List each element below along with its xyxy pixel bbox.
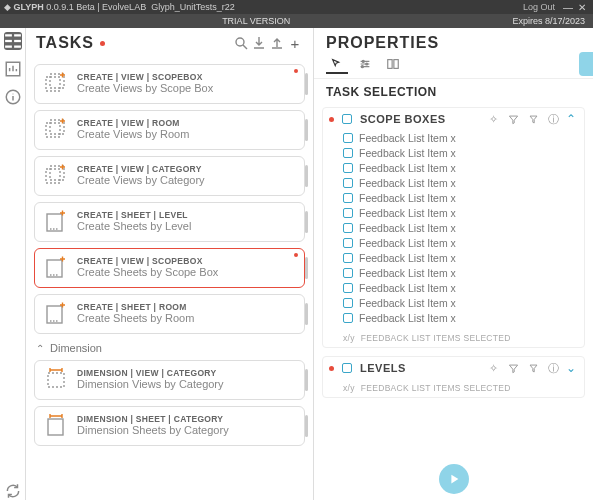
info-icon[interactable]: ⓘ	[546, 361, 560, 375]
task-card[interactable]: CREATE | VIEW | SCOPEBOXCreate Views by …	[34, 64, 305, 104]
wand-icon[interactable]: ✧	[486, 112, 500, 126]
list-item[interactable]: Feedback List Item x	[343, 205, 580, 220]
list-item[interactable]: Feedback List Item x	[343, 235, 580, 250]
list-item[interactable]: Feedback List Item x	[343, 130, 580, 145]
list-item[interactable]: Feedback List Item x	[343, 220, 580, 235]
run-button[interactable]	[439, 464, 469, 494]
task-card[interactable]: CREATE | VIEW | ROOMCreate Views by Room	[34, 110, 305, 150]
panel-checkbox[interactable]	[342, 114, 352, 124]
item-label: Feedback List Item x	[359, 192, 456, 204]
panel-levels: LEVELS ✧ ⓘ ⌄ x/yFEEDBACK LIST ITEMS SELE…	[322, 356, 585, 398]
item-checkbox[interactable]	[343, 163, 353, 173]
drag-handle[interactable]	[305, 119, 308, 142]
list-item[interactable]: Feedback List Item x	[343, 295, 580, 310]
drag-handle[interactable]	[305, 73, 308, 96]
minimize-button[interactable]: —	[561, 2, 575, 13]
group-header[interactable]: ⌃Dimension	[36, 342, 303, 354]
tasks-dirty-dot	[100, 41, 105, 46]
task-card[interactable]: CREATE | SHEET | LEVELCreate Sheets by L…	[34, 202, 305, 242]
trial-label: TRIAL VERSION	[0, 16, 512, 26]
svg-rect-23	[388, 60, 392, 69]
item-checkbox[interactable]	[343, 178, 353, 188]
task-card[interactable]: DIMENSION | VIEW | CATEGORYDimension Vie…	[34, 360, 305, 400]
panel-dirty-dot	[329, 117, 334, 122]
task-crumb: CREATE | SHEET | ROOM	[77, 302, 296, 313]
task-icon	[43, 209, 69, 235]
task-desc: Create Views by Room	[77, 128, 296, 142]
task-dirty-dot	[294, 253, 298, 257]
drag-handle[interactable]	[305, 211, 308, 234]
item-checkbox[interactable]	[343, 148, 353, 158]
svg-rect-11	[46, 123, 60, 137]
item-checkbox[interactable]	[343, 208, 353, 218]
task-desc: Create Views by Scope Box	[77, 82, 296, 96]
item-label: Feedback List Item x	[359, 222, 456, 234]
list-item[interactable]: Feedback List Item x	[343, 190, 580, 205]
item-checkbox[interactable]	[343, 313, 353, 323]
expand-icon[interactable]: ⌄	[564, 361, 578, 375]
svg-point-8	[236, 38, 244, 46]
tab-settings[interactable]	[354, 56, 376, 74]
panel-scope-boxes: SCOPE BOXES ✧ ⓘ ⌃ Feedback List Item xFe…	[322, 107, 585, 348]
drag-handle[interactable]	[305, 165, 308, 188]
rail-chart-icon[interactable]	[4, 60, 22, 78]
task-card[interactable]: DIMENSION | SHEET | CATEGORYDimension Sh…	[34, 406, 305, 446]
drag-handle[interactable]	[305, 303, 308, 326]
close-button[interactable]: ✕	[575, 2, 589, 13]
section-title: TASK SELECTION	[314, 79, 593, 103]
logout-link[interactable]: Log Out	[523, 2, 555, 12]
task-icon	[43, 117, 69, 143]
drag-handle[interactable]	[305, 415, 308, 438]
import-icon[interactable]	[251, 35, 267, 51]
tab-selection[interactable]	[326, 56, 348, 74]
item-label: Feedback List Item x	[359, 132, 456, 144]
task-icon	[43, 301, 69, 327]
expires-label: Expires 8/17/2023	[512, 16, 593, 26]
item-checkbox[interactable]	[343, 253, 353, 263]
list-item[interactable]: Feedback List Item x	[343, 265, 580, 280]
svg-rect-4	[14, 40, 21, 42]
drag-handle[interactable]	[305, 257, 308, 280]
properties-pane: PROPERTIES TASK SELECTION SCOPE BOXES ✧ …	[314, 28, 593, 500]
item-checkbox[interactable]	[343, 223, 353, 233]
rail-refresh-icon[interactable]	[4, 482, 22, 500]
item-checkbox[interactable]	[343, 193, 353, 203]
export-icon[interactable]	[269, 35, 285, 51]
funnel-icon[interactable]	[526, 361, 540, 375]
rail-tasks-icon[interactable]	[4, 32, 22, 50]
filter-icon[interactable]	[506, 361, 520, 375]
list-item[interactable]: Feedback List Item x	[343, 280, 580, 295]
svg-rect-3	[14, 34, 21, 36]
drawer-tab[interactable]	[579, 52, 593, 76]
task-dirty-dot	[294, 69, 298, 73]
task-card[interactable]: CREATE | VIEW | SCOPEBOXCreate Sheets by…	[34, 248, 305, 288]
item-label: Feedback List Item x	[359, 162, 456, 174]
collapse-icon[interactable]: ⌃	[564, 112, 578, 126]
task-crumb: DIMENSION | VIEW | CATEGORY	[77, 368, 296, 379]
list-item[interactable]: Feedback List Item x	[343, 250, 580, 265]
wand-icon[interactable]: ✧	[486, 361, 500, 375]
list-item[interactable]: Feedback List Item x	[343, 310, 580, 325]
item-checkbox[interactable]	[343, 268, 353, 278]
rail-info-icon[interactable]	[4, 88, 22, 106]
item-checkbox[interactable]	[343, 298, 353, 308]
item-checkbox[interactable]	[343, 133, 353, 143]
item-checkbox[interactable]	[343, 238, 353, 248]
info-icon[interactable]: ⓘ	[546, 112, 560, 126]
add-task-icon[interactable]: +	[287, 35, 303, 51]
list-item[interactable]: Feedback List Item x	[343, 175, 580, 190]
panel-checkbox[interactable]	[342, 363, 352, 373]
list-item[interactable]: Feedback List Item x	[343, 145, 580, 160]
svg-rect-5	[14, 46, 21, 48]
task-card[interactable]: CREATE | VIEW | CATEGORYCreate Views by …	[34, 156, 305, 196]
funnel-icon[interactable]	[526, 112, 540, 126]
tab-layout[interactable]	[382, 56, 404, 74]
search-icon[interactable]	[233, 35, 249, 51]
task-card[interactable]: CREATE | SHEET | ROOMCreate Sheets by Ro…	[34, 294, 305, 334]
list-item[interactable]: Feedback List Item x	[343, 160, 580, 175]
svg-rect-9	[46, 77, 60, 91]
drag-handle[interactable]	[305, 369, 308, 392]
item-checkbox[interactable]	[343, 283, 353, 293]
svg-rect-19	[48, 419, 63, 435]
filter-icon[interactable]	[506, 112, 520, 126]
